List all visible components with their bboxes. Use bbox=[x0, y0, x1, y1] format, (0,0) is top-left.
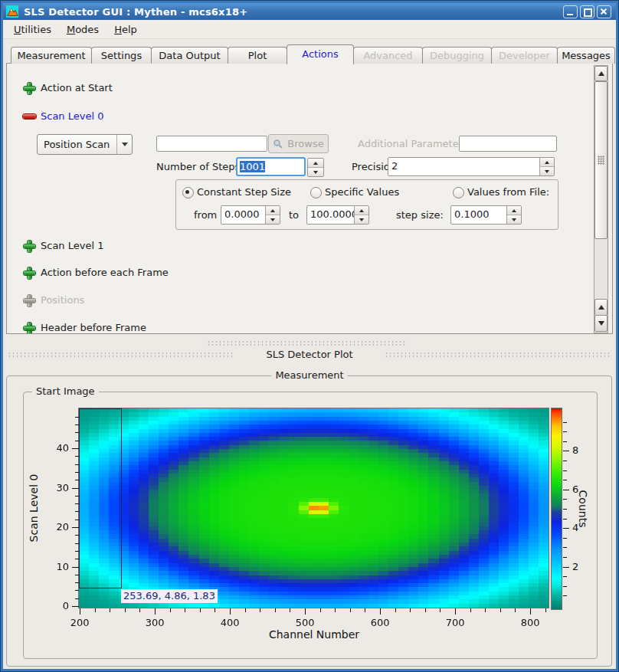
to-value[interactable]: 100.0000 bbox=[307, 206, 354, 224]
arrow-up-icon bbox=[598, 305, 604, 310]
colorbar-minor-tick bbox=[563, 576, 567, 577]
tab-data-output[interactable]: Data Output bbox=[151, 47, 228, 64]
colorbar-tick-label: 2 bbox=[572, 560, 591, 573]
precision-down-button[interactable] bbox=[540, 166, 554, 175]
step-size-value[interactable]: 0.1000 bbox=[451, 206, 506, 224]
precision-value[interactable]: 2 bbox=[388, 158, 539, 175]
scroll-up-button-bottom[interactable] bbox=[594, 299, 608, 316]
to-spinbox[interactable]: 100.0000 bbox=[306, 205, 369, 225]
expand-action-at-start-icon[interactable] bbox=[24, 83, 35, 94]
action-at-start-label[interactable]: Action at Start bbox=[41, 81, 113, 95]
maximize-icon bbox=[584, 8, 592, 17]
tab-debugging[interactable]: Debugging bbox=[422, 47, 492, 64]
maximize-button[interactable] bbox=[580, 5, 594, 18]
window-title: SLS Detector GUI : Mythen - mcs6x18+ bbox=[24, 6, 247, 18]
additional-parameter-label: Additional Parameter: bbox=[358, 137, 466, 151]
x-minor-tick bbox=[365, 608, 365, 612]
number-of-steps-spinbox[interactable]: 1001 bbox=[236, 157, 324, 177]
y-minor-tick bbox=[75, 575, 79, 575]
to-label: to bbox=[289, 208, 299, 222]
tab-measurement[interactable]: Measurement bbox=[11, 47, 92, 64]
constant-step-size-radio[interactable] bbox=[182, 187, 194, 198]
x-minor-tick bbox=[500, 608, 501, 612]
constant-step-size-label[interactable]: Constant Step Size bbox=[197, 185, 291, 199]
x-minor-tick bbox=[110, 608, 110, 612]
x-tick-mark bbox=[380, 608, 381, 615]
step-size-up-button[interactable] bbox=[507, 206, 521, 215]
expand-header-before-frame-icon[interactable] bbox=[24, 323, 35, 334]
number-of-steps-value[interactable]: 1001 bbox=[236, 157, 306, 176]
from-value[interactable]: 0.0000 bbox=[221, 206, 265, 224]
tab-actions[interactable]: Actions bbox=[287, 44, 354, 64]
menu-modes[interactable]: Modes bbox=[60, 22, 106, 37]
scroll-up-button[interactable] bbox=[594, 66, 608, 81]
y-minor-tick bbox=[75, 543, 79, 544]
expand-action-before-frame-icon[interactable] bbox=[24, 267, 35, 279]
y-tick-mark bbox=[72, 527, 79, 528]
step-size-spinbox[interactable]: 0.1000 bbox=[450, 205, 522, 225]
y-minor-tick bbox=[75, 441, 79, 441]
x-axis-title: Channel Number bbox=[269, 628, 359, 641]
precision-up-button[interactable] bbox=[540, 158, 554, 166]
y-tick-label: 0 bbox=[43, 599, 69, 612]
cursor-position-tooltip: 253.69, 4.86, 1.83 bbox=[121, 589, 218, 603]
minimize-button[interactable] bbox=[563, 5, 578, 18]
collapse-scan-level-0-icon[interactable] bbox=[23, 114, 36, 119]
titlebar[interactable]: SLS Detector GUI : Mythen - mcs6x18+ bbox=[3, 3, 616, 20]
scan-mode-select[interactable]: Position Scan bbox=[37, 134, 133, 155]
arrow-down-icon bbox=[598, 321, 604, 326]
x-minor-tick bbox=[185, 608, 185, 612]
x-minor-tick bbox=[275, 608, 276, 612]
steps-up-button[interactable] bbox=[308, 159, 323, 167]
colorbar-tick-label: 6 bbox=[572, 483, 591, 496]
scan-level-1-label[interactable]: Scan Level 1 bbox=[41, 239, 103, 253]
y-minor-tick bbox=[75, 582, 79, 583]
colorbar-tick-label: 8 bbox=[572, 444, 591, 457]
tab-developer[interactable]: Developer bbox=[491, 47, 558, 64]
arrow-up-icon bbox=[598, 71, 604, 76]
specific-values-radio[interactable] bbox=[310, 187, 322, 198]
heatmap-canvas[interactable] bbox=[79, 408, 549, 608]
values-from-file-radio[interactable] bbox=[453, 187, 464, 198]
magnifier-icon bbox=[273, 139, 283, 149]
values-from-file-label[interactable]: Values from File: bbox=[467, 185, 549, 199]
tab-settings[interactable]: Settings bbox=[91, 47, 152, 64]
dock-texture-right bbox=[385, 352, 611, 358]
step-size-down-button[interactable] bbox=[507, 215, 521, 224]
scan-level-0-label[interactable]: Scan Level 0 bbox=[41, 110, 103, 123]
chevron-down-icon[interactable] bbox=[116, 135, 132, 154]
colorbar-minor-tick bbox=[563, 586, 567, 587]
menu-utilities[interactable]: Utilities bbox=[7, 22, 58, 37]
colorbar-minor-tick bbox=[563, 595, 567, 596]
x-tick-label: 700 bbox=[440, 616, 470, 629]
number-of-steps-label: Number of Steps: bbox=[156, 160, 244, 174]
precision-spinbox[interactable]: 2 bbox=[388, 157, 555, 176]
tab-plot[interactable]: Plot bbox=[228, 47, 287, 64]
from-down-button[interactable] bbox=[266, 215, 280, 224]
to-up-button[interactable] bbox=[355, 206, 368, 215]
to-down-button[interactable] bbox=[355, 215, 368, 224]
vertical-scrollbar[interactable] bbox=[594, 65, 608, 333]
close-button[interactable] bbox=[597, 5, 611, 18]
colorbar-minor-tick bbox=[563, 480, 567, 480]
scroll-down-button[interactable] bbox=[594, 315, 608, 332]
steps-down-button[interactable] bbox=[308, 167, 323, 176]
action-before-frame-label[interactable]: Action before each Frame bbox=[41, 266, 169, 280]
expand-scan-level-1-icon[interactable] bbox=[24, 241, 35, 252]
colorbar-minor-tick bbox=[563, 519, 567, 520]
colorbar-tick-label: 4 bbox=[572, 521, 591, 534]
y-minor-tick bbox=[75, 464, 79, 465]
y-minor-tick bbox=[75, 511, 79, 512]
y-minor-tick bbox=[75, 496, 79, 497]
menu-help[interactable]: Help bbox=[107, 22, 144, 37]
from-up-button[interactable] bbox=[266, 206, 280, 215]
from-spinbox[interactable]: 0.0000 bbox=[221, 205, 280, 225]
scan-script-input[interactable] bbox=[156, 136, 267, 152]
header-before-frame-label[interactable]: Header before Frame bbox=[41, 321, 146, 334]
specific-values-label[interactable]: Specific Values bbox=[325, 185, 399, 199]
splitter-handle[interactable] bbox=[207, 340, 408, 346]
scrollbar-thumb[interactable] bbox=[594, 81, 608, 239]
tab-advanced[interactable]: Advanced bbox=[353, 47, 423, 64]
additional-parameter-input[interactable] bbox=[459, 136, 557, 152]
tab-messages[interactable]: Messages bbox=[557, 47, 615, 64]
